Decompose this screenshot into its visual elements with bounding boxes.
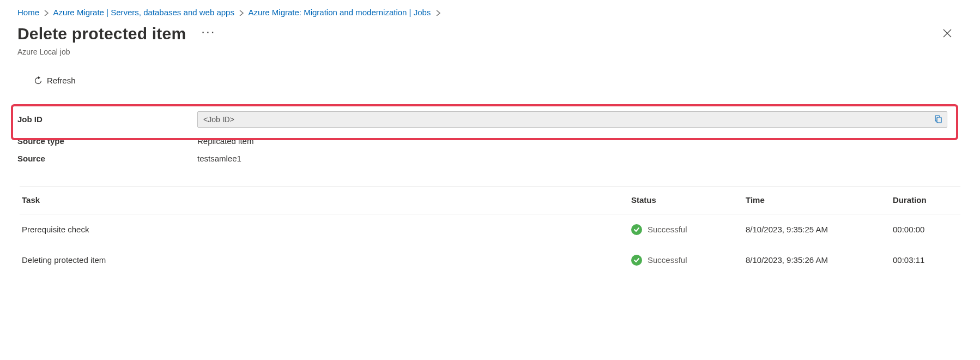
- task-time: 8/10/2023, 9:35:25 AM: [746, 225, 893, 234]
- column-header-time[interactable]: Time: [746, 195, 893, 205]
- job-id-label: Job ID: [17, 115, 197, 124]
- job-id-value: <Job ID>: [203, 115, 933, 124]
- status-text: Successful: [648, 225, 687, 234]
- chevron-right-icon: [433, 9, 443, 17]
- success-icon: [631, 255, 642, 266]
- source-value: testsamlee1: [197, 154, 241, 163]
- task-time: 8/10/2023, 9:35:26 AM: [746, 255, 893, 265]
- table-header: Task Status Time Duration: [20, 187, 960, 214]
- breadcrumb-link-jobs[interactable]: Azure Migrate: Migration and modernizati…: [248, 8, 431, 17]
- refresh-icon: [34, 76, 43, 85]
- page-title: Delete protected item: [17, 25, 186, 43]
- refresh-label: Refresh: [47, 76, 76, 85]
- source-type-label: Source type: [17, 136, 197, 146]
- close-button[interactable]: [940, 26, 955, 44]
- copy-button[interactable]: [933, 114, 943, 125]
- column-header-task[interactable]: Task: [22, 195, 631, 205]
- column-header-status[interactable]: Status: [631, 195, 746, 205]
- breadcrumb-link-servers[interactable]: Azure Migrate | Servers, databases and w…: [53, 8, 234, 17]
- breadcrumb: Home Azure Migrate | Servers, databases …: [9, 0, 971, 21]
- success-icon: [631, 224, 642, 235]
- task-name: Prerequisite check: [22, 225, 631, 234]
- table-row: Deleting protected item Successful 8/10/…: [20, 245, 960, 275]
- status-text: Successful: [648, 255, 687, 265]
- breadcrumb-link-home[interactable]: Home: [17, 8, 39, 17]
- chevron-right-icon: [41, 9, 51, 17]
- page-subtitle: Azure Local job: [17, 47, 963, 56]
- source-label: Source: [17, 154, 197, 163]
- more-actions-button[interactable]: ···: [201, 29, 215, 34]
- source-type-value: Replicated item: [197, 136, 253, 146]
- task-duration: 00:03:11: [893, 255, 958, 265]
- svg-rect-1: [937, 117, 941, 123]
- job-id-field[interactable]: <Job ID>: [197, 111, 947, 128]
- refresh-button[interactable]: Refresh: [34, 76, 76, 85]
- chevron-right-icon: [237, 9, 246, 17]
- column-header-duration[interactable]: Duration: [893, 195, 958, 205]
- task-table: Task Status Time Duration Prerequisite c…: [20, 186, 960, 275]
- task-duration: 00:00:00: [893, 225, 958, 234]
- task-name: Deleting protected item: [22, 255, 631, 265]
- table-row: Prerequisite check Successful 8/10/2023,…: [20, 214, 960, 245]
